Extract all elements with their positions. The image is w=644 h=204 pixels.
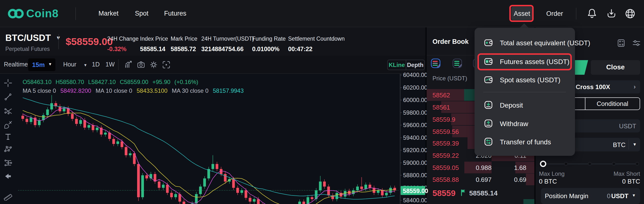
chevron-down-icon[interactable]: ▼ xyxy=(632,193,636,198)
ohlc-readout: O58463.10 H58580.70 L58427.10 C58559.00 … xyxy=(22,79,198,85)
gear-icon[interactable] xyxy=(149,60,158,71)
toolbar-divider xyxy=(118,59,119,70)
book-combined-icon[interactable] xyxy=(430,58,442,70)
crosshair-icon[interactable] xyxy=(4,78,13,89)
dropdown-item-label: Withdraw xyxy=(500,120,528,128)
dropdown-item-label: Total asset equivalent (USDT) xyxy=(500,39,590,47)
order-total: 0.69 xyxy=(514,176,526,183)
position-margin-bar[interactable]: Position Margin 0 USDT ▼ xyxy=(541,188,640,204)
coin8-logo-icon[interactable] xyxy=(7,7,24,20)
tab-conditional[interactable]: Conditional xyxy=(586,98,640,110)
stat-label: 24H Change xyxy=(107,36,138,42)
channel-icon[interactable] xyxy=(4,158,13,168)
price-field-suffix: USDT xyxy=(619,122,636,130)
quick-interval-1d[interactable]: 1D xyxy=(92,61,100,68)
trendline-icon[interactable] xyxy=(4,92,13,102)
tab-kline[interactable]: KLine xyxy=(388,60,406,70)
nav-item-order[interactable]: Order xyxy=(546,10,563,18)
axis-tick-mark xyxy=(400,175,402,175)
nav-item-spot[interactable]: Spot xyxy=(135,10,148,17)
stat-value: 3214884754.66 xyxy=(201,46,254,53)
interval-select[interactable]: 15m ▼ xyxy=(28,58,56,71)
ma-readout-segment: 58492.8200 xyxy=(60,87,91,94)
dropdown-item-deposit[interactable]: Deposit xyxy=(483,100,523,111)
slider-stop[interactable] xyxy=(588,162,592,166)
ticker-stat-5: Funding Rate0.01000% xyxy=(252,36,286,53)
dropdown-item-label: Deposit xyxy=(500,102,523,109)
ticker-divider xyxy=(58,34,59,49)
axis-tick-mark xyxy=(400,75,402,75)
pitchfork-icon[interactable] xyxy=(4,106,13,116)
bell-icon[interactable] xyxy=(586,8,598,20)
mark-price-inline: 58585.14 xyxy=(469,189,498,197)
unit-divider xyxy=(628,140,629,149)
axis-tick-mark xyxy=(400,100,402,100)
camera-icon[interactable] xyxy=(136,60,146,71)
close-tab[interactable]: Close xyxy=(591,60,640,75)
stat-value: 00:47:22 xyxy=(288,46,345,53)
slider-stop[interactable] xyxy=(612,162,616,166)
axis-tick-label: 60200.00 xyxy=(403,84,428,91)
price-axis-line[interactable] xyxy=(400,74,400,204)
last-trade-price: 58559 xyxy=(432,188,456,198)
dropdown-item-transfer-of-funds[interactable]: Transfer of funds xyxy=(483,137,551,148)
axis-tick-label: 59200.00 xyxy=(403,147,428,154)
orderbook-row[interactable]: 58558.880.6970.69 xyxy=(427,173,534,185)
amount-field-unit: BTC xyxy=(613,141,626,149)
max-short-value: 0 BTC xyxy=(608,178,640,185)
stat-value: 58585.72 xyxy=(171,46,198,53)
text-icon[interactable] xyxy=(4,132,13,142)
stat-label: Mark Price xyxy=(171,36,198,42)
logo-text[interactable]: Coin8 xyxy=(26,7,58,20)
pattern-icon[interactable] xyxy=(4,145,13,155)
ruler-icon[interactable] xyxy=(4,191,13,201)
order-price: 58559.05 xyxy=(432,164,459,172)
dropdown-item-total-asset-equivalent-usdt[interactable]: Total asset equivalent (USDT) xyxy=(483,38,590,49)
brush-icon[interactable] xyxy=(4,119,13,129)
nav-divider-2 xyxy=(576,8,576,20)
withdraw-icon xyxy=(483,118,494,129)
ticker-stat-4: 24H Turnover(USDT)3214884754.66 xyxy=(201,36,254,53)
quick-interval-1w[interactable]: 1W xyxy=(106,61,115,68)
stat-label: 24H Turnover(USDT) xyxy=(201,36,254,42)
orderbook-row[interactable]: 58559.050.9881.68 xyxy=(427,161,534,173)
arrow-left-icon[interactable] xyxy=(4,172,13,182)
kline-depth-tabs: KLine Depth xyxy=(387,60,425,70)
nav-item-market[interactable]: Market xyxy=(98,10,119,17)
sliders-icon[interactable] xyxy=(632,39,641,48)
ma-readout-segment: MA 30 close 0 xyxy=(172,87,208,94)
chevron-down-icon: ▼ xyxy=(84,63,87,67)
calculator-icon[interactable] xyxy=(616,39,626,48)
chevron-down-icon[interactable]: ▼ xyxy=(632,142,637,147)
ticker-stat-1: 24H Change-0.32% xyxy=(107,36,138,53)
dropdown-item-withdraw[interactable]: Withdraw xyxy=(483,118,528,129)
stat-label: Funding Rate xyxy=(252,36,286,42)
slider-stop[interactable] xyxy=(635,162,639,166)
orderbook-last-row[interactable]: 58559 58585.14 xyxy=(427,187,534,199)
tab-depth[interactable]: Depth xyxy=(406,60,424,70)
slider-stop[interactable] xyxy=(564,162,568,166)
max-long-label: Max Long xyxy=(539,170,564,177)
last-price-tag-text: 58559.00 xyxy=(403,187,428,194)
nav-item-futures[interactable]: Futures xyxy=(164,10,186,17)
app-root: Coin8 MarketSpotFutures Asset Order BTC/… xyxy=(0,0,644,204)
axis-tick-label: 58800.00 xyxy=(403,172,428,179)
symbol-text: BTC/USDT xyxy=(5,33,51,43)
transfer-icon xyxy=(483,137,494,148)
globe-icon[interactable] xyxy=(624,8,636,20)
download-icon[interactable] xyxy=(606,8,617,19)
dropdown-item-spot-assets-usdt[interactable]: Spot assets (USDT) xyxy=(483,75,560,86)
stat-label: Index Price xyxy=(140,36,168,42)
last-price-tag: 58559.00 xyxy=(401,186,425,195)
slider-handle[interactable] xyxy=(540,161,546,167)
annotation-box-futures-assets xyxy=(478,53,572,70)
fullscreen-icon[interactable] xyxy=(162,60,171,71)
realtime-button[interactable]: Realtime xyxy=(4,61,28,68)
book-buy-icon[interactable] xyxy=(452,58,463,70)
period-select[interactable]: Hour ▼ xyxy=(63,61,87,68)
symbol-selector[interactable]: BTC/USDT ▼ xyxy=(5,33,61,43)
axis-tick-mark xyxy=(400,112,402,113)
close-tab-label: Close xyxy=(591,63,640,71)
trend-icon[interactable] xyxy=(124,60,133,71)
axis-tick-mark xyxy=(400,137,402,138)
